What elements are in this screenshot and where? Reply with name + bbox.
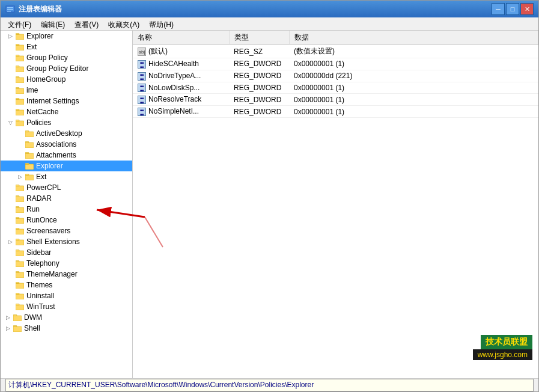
svg-rect-6 — [16, 45, 24, 51]
svg-rect-34 — [16, 197, 24, 202]
tree-label: Group Policy — [26, 54, 68, 62]
svg-rect-45 — [16, 250, 19, 251]
tree-item-associations[interactable]: Associations — [1, 139, 132, 150]
table-row[interactable]: ■■■■HideSCAHealthREG_DWORD0x00000001 (1) — [133, 58, 538, 70]
tree-item-active-desktop[interactable]: ActiveDesktop — [1, 128, 132, 139]
tree-item-ext[interactable]: Ext — [1, 41, 132, 52]
tree-label: ThemeManager — [26, 270, 78, 278]
folder-icon — [15, 108, 25, 116]
tree-item-dwm[interactable]: ▷ DWM — [1, 312, 132, 323]
tree-item-netcache[interactable]: NetCache — [1, 106, 132, 117]
tree-item-wintrust[interactable]: WinTrust — [1, 301, 132, 312]
title-bar: 注册表编辑器 ─ □ ✕ — [1, 1, 538, 17]
svg-rect-35 — [16, 196, 19, 197]
folder-icon — [15, 270, 25, 278]
svg-rect-28 — [25, 164, 34, 170]
tree-item-runonce[interactable]: RunOnce — [1, 215, 132, 225]
svg-rect-9 — [16, 55, 19, 57]
tree-label: Explorer — [26, 32, 53, 40]
window-title: 注册表编辑器 — [19, 4, 62, 14]
col-header-data[interactable]: 数据 — [289, 31, 538, 45]
expand-icon — [5, 204, 15, 214]
tree-item-policies[interactable]: ▽ Policies — [1, 117, 132, 128]
tree-item-ext-child[interactable]: ▷ Ext — [1, 171, 132, 182]
tree-item-telephony[interactable]: Telephony — [1, 258, 132, 269]
svg-rect-40 — [16, 229, 24, 234]
expand-icon[interactable]: ▽ — [5, 118, 15, 127]
watermark-bottom-text: www.jsgho.com — [473, 349, 532, 360]
tree-item-explorer-root[interactable]: ▷ Explorer — [1, 31, 132, 41]
svg-rect-3 — [7, 11, 11, 12]
svg-rect-43 — [16, 239, 19, 240]
tree-item-run[interactable]: Run — [1, 204, 132, 215]
tree-label: PowerCPL — [26, 183, 61, 192]
svg-rect-4 — [16, 34, 24, 40]
svg-rect-10 — [16, 67, 24, 72]
table-row[interactable]: ■■■■NoLowDiskSp...REG_DWORD0x00000001 (1… — [133, 82, 538, 94]
tree-item-sidebar[interactable]: Sidebar — [1, 247, 132, 258]
svg-rect-58 — [13, 326, 22, 332]
tree-item-group-policy-editor[interactable]: Group Policy Editor — [1, 63, 132, 74]
table-row[interactable]: ■■■■NoResolveTrackREG_DWORD0x00000001 (1… — [133, 94, 538, 106]
table-row[interactable]: ■■■■NoSimpleNetI...REG_DWORD0x00000001 (… — [133, 106, 538, 118]
expand-icon — [5, 215, 15, 225]
folder-icon — [15, 248, 25, 257]
svg-rect-51 — [16, 283, 19, 284]
table-row[interactable]: ■■■■NoDriveTypeA...REG_DWORD0x000000dd (… — [133, 70, 538, 82]
svg-rect-57 — [13, 315, 17, 316]
expand-icon — [5, 194, 15, 203]
tree-item-screensavers[interactable]: Screensavers — [1, 225, 132, 236]
cell-name: ■■■■NoSimpleNetI... — [133, 106, 229, 118]
close-button[interactable]: ✕ — [520, 3, 534, 15]
svg-rect-33 — [16, 185, 19, 186]
svg-rect-50 — [16, 283, 24, 289]
tree-item-uninstall[interactable]: Uninstall — [1, 290, 132, 301]
tree-item-internet-settings[interactable]: Internet Settings — [1, 96, 132, 106]
menu-favorites[interactable]: 收藏夹(A) — [103, 19, 144, 29]
folder-icon — [15, 75, 25, 84]
folder-icon — [15, 97, 25, 105]
svg-rect-19 — [16, 109, 19, 111]
svg-rect-32 — [16, 186, 24, 191]
folder-icon — [15, 194, 25, 203]
expand-icon[interactable]: ▷ — [3, 323, 13, 333]
expand-icon — [5, 280, 15, 290]
folder-icon — [15, 64, 25, 73]
dword-icon: ■■■■ — [138, 72, 146, 81]
tree-item-attachments[interactable]: Attachments — [1, 150, 132, 161]
menu-help[interactable]: 帮助(H) — [144, 19, 178, 29]
cell-data: (数值未设置) — [289, 45, 538, 58]
col-header-name[interactable]: 名称 — [133, 31, 229, 45]
tree-item-themes[interactable]: Themes — [1, 280, 132, 290]
table-row[interactable]: ab|(默认)REG_SZ(数值未设置) — [133, 45, 538, 58]
tree-item-shell-extensions[interactable]: ▷ Shell Extensions — [1, 236, 132, 247]
col-header-type[interactable]: 类型 — [229, 31, 289, 45]
expand-icon[interactable]: ▷ — [5, 31, 15, 41]
tree-pane[interactable]: ▷ Explorer Ext Group Policy — [1, 31, 133, 378]
folder-icon — [15, 216, 25, 224]
expand-icon[interactable]: ▷ — [15, 172, 25, 182]
expand-icon — [5, 64, 15, 73]
folder-icon — [25, 140, 34, 149]
expand-icon[interactable]: ▷ — [3, 313, 13, 322]
watermark-top-text: 技术员联盟 — [481, 335, 532, 349]
tree-item-powercpl[interactable]: PowerCPL — [1, 182, 132, 193]
tree-item-group-policy[interactable]: Group Policy — [1, 52, 132, 63]
main-content: ▷ Explorer Ext Group Policy — [1, 31, 538, 378]
tree-item-explorer-child[interactable]: Explorer — [1, 161, 132, 171]
tree-item-homegroup[interactable]: HomeGroup — [1, 74, 132, 85]
tree-item-radar[interactable]: RADAR — [1, 193, 132, 204]
tree-item-shell[interactable]: ▷ Shell — [1, 323, 132, 334]
cell-type: REG_DWORD — [229, 94, 289, 106]
maximize-button[interactable]: □ — [506, 3, 519, 15]
minimize-button[interactable]: ─ — [492, 3, 505, 15]
tree-label: Ext — [26, 43, 37, 51]
expand-icon — [5, 75, 15, 84]
svg-rect-27 — [25, 153, 29, 154]
tree-item-theme-manager[interactable]: ThemeManager — [1, 269, 132, 280]
expand-icon[interactable]: ▷ — [5, 237, 15, 247]
menu-edit[interactable]: 编辑(E) — [36, 19, 70, 29]
menu-view[interactable]: 查看(V) — [70, 19, 103, 29]
tree-item-ime[interactable]: ime — [1, 85, 132, 96]
menu-file[interactable]: 文件(F) — [3, 19, 36, 29]
